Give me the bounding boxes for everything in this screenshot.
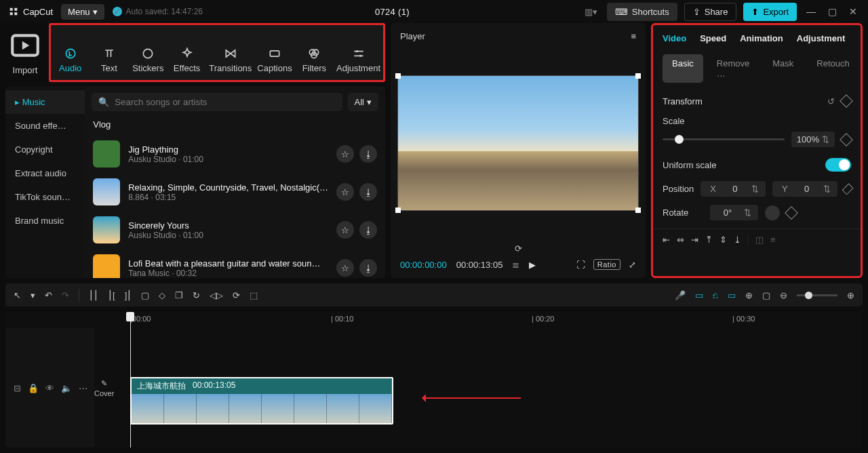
tab-speed[interactable]: Speed xyxy=(700,33,726,43)
scale-value-box[interactable]: 100%⇅ xyxy=(791,132,835,147)
resize-handle[interactable] xyxy=(395,208,401,213)
resize-handle[interactable] xyxy=(635,208,641,213)
sidebar-item-music[interactable]: Music xyxy=(5,90,85,114)
play-button[interactable]: ▶ xyxy=(529,260,536,270)
rotate-icon[interactable]: ⟳ xyxy=(233,290,240,300)
shortcuts-button[interactable]: ⌨ Shortcuts xyxy=(607,3,677,21)
collapse-icon[interactable]: ⊟ xyxy=(14,383,21,393)
dropdown-icon[interactable]: ▾ xyxy=(31,290,35,300)
tab-basic[interactable]: Basic xyxy=(663,54,703,83)
uniform-scale-toggle[interactable] xyxy=(825,158,851,172)
preview-frame[interactable] xyxy=(397,75,639,211)
mute-icon[interactable]: 🔈 xyxy=(61,383,72,393)
download-button[interactable]: ⭳ xyxy=(359,221,377,239)
tool-text[interactable]: Text xyxy=(90,41,128,80)
tab-remove[interactable]: Remove … xyxy=(707,54,759,83)
import-button[interactable]: Import xyxy=(5,23,45,82)
mirror-icon[interactable]: ◁▷ xyxy=(210,290,223,300)
redo-button[interactable]: ↷ xyxy=(62,290,69,300)
maximize-button[interactable]: ▢ xyxy=(825,6,840,17)
align-top-icon[interactable]: ⤒ xyxy=(705,235,713,245)
layout-icon[interactable]: ▥▾ xyxy=(582,4,600,20)
align-right-icon[interactable]: ⇥ xyxy=(691,235,698,245)
preview-icon[interactable]: ▢ xyxy=(762,290,770,300)
list-icon[interactable]: ≣ xyxy=(512,260,519,270)
eye-icon[interactable]: 👁 xyxy=(45,383,54,393)
menu-icon[interactable]: ≡ xyxy=(631,31,636,41)
tool-effects[interactable]: Effects xyxy=(167,41,206,80)
delete-icon[interactable]: ▢ xyxy=(141,290,149,300)
trim-right-icon[interactable]: ]⎮ xyxy=(125,290,132,300)
distribute-icon-2[interactable]: ≡ xyxy=(770,235,776,245)
rotate-dial-icon[interactable] xyxy=(765,205,780,220)
tool-captions[interactable]: Captions xyxy=(254,41,294,80)
tab-adjustment[interactable]: Adjustment xyxy=(797,33,846,43)
sidebar-item-sound-effects[interactable]: Sound effe… xyxy=(5,114,85,138)
magnet-icon[interactable]: ▭ xyxy=(695,290,703,300)
song-row[interactable]: Lofi Beat with a pleasant guitar and wat… xyxy=(85,249,385,278)
lock-icon[interactable]: 🔒 xyxy=(28,383,39,393)
snap-icon[interactable]: ▭ xyxy=(728,290,736,300)
split-icon[interactable]: ⎮⎮ xyxy=(89,290,98,300)
position-x-input[interactable]: X0⇅ xyxy=(701,181,766,197)
menu-button[interactable]: Menu ▾ xyxy=(61,4,104,20)
cover-button[interactable]: ✎ Cover xyxy=(94,379,114,397)
mic-icon[interactable]: 🎤 xyxy=(675,290,686,300)
marker-icon[interactable]: ◇ xyxy=(159,290,165,300)
favorite-button[interactable]: ☆ xyxy=(336,145,354,163)
keyframe-icon[interactable] xyxy=(840,133,853,146)
tool-audio[interactable]: Audio xyxy=(51,41,90,80)
keyframe-icon[interactable] xyxy=(840,94,853,108)
align-left-icon[interactable]: ⇤ xyxy=(663,235,670,245)
timeline[interactable]: |00:00 | 00:10 | 00:20 | 00:30 ⊟ 🔒 👁 🔈 ⋯… xyxy=(5,312,863,448)
sidebar-item-extract-audio[interactable]: Extract audio xyxy=(5,161,85,185)
favorite-button[interactable]: ☆ xyxy=(336,259,354,277)
search-input[interactable] xyxy=(115,97,335,107)
more-icon[interactable]: ⋯ xyxy=(79,383,87,393)
crop-icon[interactable]: ⬚ xyxy=(250,290,258,300)
keyframe-icon[interactable] xyxy=(785,206,798,220)
tab-retouch[interactable]: Retouch xyxy=(807,54,859,83)
tool-filters[interactable]: Filters xyxy=(295,41,334,80)
favorite-button[interactable]: ☆ xyxy=(336,221,354,239)
song-row[interactable]: Sincerely Yours Ausku Studio · 01:00 ☆ ⭳ xyxy=(85,211,385,249)
align-center-h-icon[interactable]: ⇔ xyxy=(677,235,684,245)
export-button[interactable]: ⬆ Export xyxy=(743,3,797,21)
zoom-out-icon[interactable]: ⊖ xyxy=(780,290,787,300)
ratio-button[interactable]: Ratio xyxy=(593,259,620,270)
cut-mode-icon[interactable]: ⊕ xyxy=(745,290,753,300)
download-button[interactable]: ⭳ xyxy=(359,183,377,201)
resize-handle[interactable] xyxy=(395,73,401,79)
all-dropdown[interactable]: All▾ xyxy=(348,93,378,111)
keyframe-icon[interactable] xyxy=(842,183,853,195)
tool-stickers[interactable]: Stickers xyxy=(129,41,167,80)
focus-icon[interactable]: ⛶ xyxy=(576,260,585,270)
sidebar-item-copyright[interactable]: Copyright xyxy=(5,138,85,161)
favorite-button[interactable]: ☆ xyxy=(336,183,354,201)
resize-handle[interactable] xyxy=(635,73,641,79)
copy-icon[interactable]: ❐ xyxy=(175,290,183,300)
tool-transitions[interactable]: Transitions xyxy=(206,41,254,80)
download-button[interactable]: ⭳ xyxy=(359,145,377,163)
fullscreen-icon[interactable]: ⤢ xyxy=(629,260,636,270)
sync-icon[interactable]: ⟳ xyxy=(391,242,646,255)
trim-left-icon[interactable]: ⎮[ xyxy=(108,290,115,300)
download-button[interactable]: ⭳ xyxy=(359,259,377,277)
video-clip[interactable]: 上海城市航拍 00:00:13:05 xyxy=(130,377,393,425)
selection-tool-icon[interactable]: ↖ xyxy=(14,290,21,300)
reverse-icon[interactable]: ↻ xyxy=(193,290,200,300)
close-button[interactable]: ✕ xyxy=(846,6,860,17)
tab-video[interactable]: Video xyxy=(663,33,686,43)
sidebar-item-tiktok-sounds[interactable]: TikTok soun… xyxy=(5,185,85,209)
align-bottom-icon[interactable]: ⤓ xyxy=(734,235,741,245)
tab-animation[interactable]: Animation xyxy=(740,33,783,43)
minimize-button[interactable]: — xyxy=(804,6,818,17)
rotate-input[interactable]: 0°⇅ xyxy=(710,205,758,220)
share-button[interactable]: ⇪ Share xyxy=(684,3,737,21)
sidebar-item-brand-music[interactable]: Brand music xyxy=(5,209,85,233)
align-center-v-icon[interactable]: ⇕ xyxy=(719,235,727,245)
undo-button[interactable]: ↶ xyxy=(45,290,52,300)
track-link-icon[interactable]: ⎌ xyxy=(713,290,718,300)
scale-slider[interactable] xyxy=(663,138,785,140)
zoom-slider[interactable] xyxy=(797,294,837,296)
